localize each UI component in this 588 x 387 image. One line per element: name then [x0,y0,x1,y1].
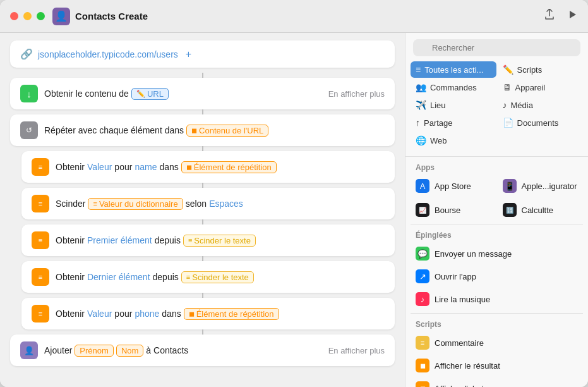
share-icon: ↑ [416,118,420,128]
step-label: Obtenir le contenu de [44,89,129,99]
lastname-tag: Nom [116,345,143,357]
share-button[interactable] [544,9,555,23]
music-icon: ♪ [416,292,429,306]
step-label: pour [114,162,132,172]
window-title: Contacts Create [75,11,544,22]
connector [202,293,203,298]
cat-commands-label: Commandes [430,83,477,92]
link-icon: 🔗 [20,48,33,60]
cat-share[interactable]: ↑ Partage [411,114,496,131]
cat-scripts-label: Scripts [517,65,543,75]
sidebar-item-openapp[interactable]: ↗ Ouvrir l'app [411,265,583,288]
documents-icon: 📄 [503,118,513,128]
comment-label: Commentaire [435,338,484,348]
titlebar: 👤 Contacts Create [0,0,588,33]
step-text: Obtenir Premier élément depuis ≡ Scinder… [56,235,385,247]
category-nav: ≡ Toutes les acti... ✏️ Scripts 👥 Comman… [405,61,588,154]
apps-grid: A App Store 📱 Apple...igurator 📈 Bourse … [411,175,583,221]
cat-web-label: Web [430,136,447,145]
appstore-label: App Store [435,181,471,191]
cat-commands[interactable]: 👥 Commandes [411,79,496,95]
close-button[interactable] [10,12,18,20]
dict-tag: ≡ Valeur du dictionnaire [88,198,183,210]
show-more-1[interactable]: En afficher plus [328,89,385,99]
sidebar-item-bourse[interactable]: 📈 Bourse [411,199,496,221]
connector [202,73,203,78]
cat-scripts[interactable]: ✏️ Scripts [498,61,584,78]
step-icon-orange: ≡ [32,158,49,176]
step-label: selon [186,199,207,209]
step-label: Répéter avec chaque élément dans [44,125,184,135]
cat-media[interactable]: ♪ Média [498,97,584,113]
show-more-8[interactable]: En afficher plus [328,346,385,355]
play-button[interactable] [567,9,578,23]
step-get-last[interactable]: ≡ Obtenir Dernier élément depuis ≡ Scind… [21,261,395,293]
minimize-button[interactable] [23,12,32,20]
step-spaces: Espaces [209,199,243,209]
split-text-tag-2: ≡ Scinder le texte [181,271,254,283]
cat-device[interactable]: 🖥 Appareil [498,79,584,95]
sidebar-item-music[interactable]: ♪ Lire la musique [411,288,583,310]
openapp-label: Ouvrir l'app [435,272,476,281]
url-text: jsonplaceholder.typicode.com/users [38,49,178,59]
url-bar[interactable]: 🔗 jsonplaceholder.typicode.com/users + [10,40,395,68]
sidebar-scroll: Apps A App Store 📱 Apple...igurator 📈 Bo… [405,159,588,387]
configurator-label: Apple...igurator [522,181,577,191]
connector [202,329,203,335]
step-label: Obtenir [56,272,85,282]
step-repeat[interactable]: ↺ Répéter avec chaque élément dans ◼ Con… [10,114,395,146]
step-icon-contacts: 👤 [20,341,38,359]
step-label: Ajouter [44,345,72,355]
sidebar-item-configurator[interactable]: 📱 Apple...igurator [498,175,584,197]
step-add-contact[interactable]: 👤 Ajouter Prénom Nom à Contacts En affic… [10,335,395,366]
openapp-icon: ↗ [416,269,429,283]
step-label: dans [162,309,181,319]
url-tag: ✏️ URL [131,88,169,100]
maximize-button[interactable] [37,12,45,20]
step-get-first[interactable]: ≡ Obtenir Premier élément depuis ≡ Scind… [21,224,395,256]
sidebar-item-comment[interactable]: ≡ Commentaire [411,331,583,354]
step-split[interactable]: ≡ Scinder ≡ Valeur du dictionnaire selon… [21,188,395,219]
appstore-icon: A [416,179,429,193]
sidebar-item-calc[interactable]: 🔢 Calcultte [498,199,584,221]
steps-container: ↓ Obtenir le contenu de ✏️ URL En affich… [10,73,395,366]
step-text: Obtenir Valeur pour name dans ◼ Élément … [56,161,385,173]
step-icon-orange: ≡ [32,231,49,249]
cat-location-label: Lieu [430,101,446,110]
cat-all[interactable]: ≡ Toutes les acti... [411,61,496,78]
showresult-label: Afficher le résultat [435,361,500,371]
repeat-element-tag: ◼ Élément de répétition [181,161,277,173]
step-label: Scinder [56,199,85,209]
step-get-name[interactable]: ≡ Obtenir Valeur pour name dans ◼ Élémen… [21,151,395,183]
step-icon-orange: ≡ [32,268,49,286]
cat-documents[interactable]: 📄 Documents [498,114,584,131]
add-url-button[interactable]: + [186,49,191,60]
connector [202,219,203,224]
sidebar-item-showalert[interactable]: ◼ Afficher l'alerte [411,377,583,387]
cat-location[interactable]: ✈️ Lieu [411,97,496,113]
cat-web[interactable]: 🌐 Web [411,132,496,149]
connector [202,183,203,188]
step-label: depuis [153,272,179,282]
step-text: Ajouter Prénom Nom à Contacts [44,345,322,357]
step-get-phone[interactable]: ≡ Obtenir Valeur pour phone dans ◼ Éléme… [21,298,395,329]
sidebar-item-message[interactable]: 💬 Envoyer un message [411,242,583,265]
step-label: Obtenir [56,235,85,245]
repeat-element-tag-2: ◼ Élément de répétition [184,308,279,320]
sidebar-item-showresult[interactable]: ◼ Afficher le résultat [411,354,583,377]
step-value: Valeur [87,309,112,319]
step-text: Répéter avec chaque élément dans ◼ Conte… [44,125,385,137]
bourse-label: Bourse [435,206,460,215]
cat-device-label: Appareil [515,83,546,92]
sidebar-item-appstore[interactable]: A App Store [411,175,496,197]
divider [411,313,583,314]
cat-documents-label: Documents [517,118,559,128]
scripts-section-label: Scripts [411,316,583,331]
step-get-content[interactable]: ↓ Obtenir le contenu de ✏️ URL En affich… [10,78,395,109]
cat-all-label: Toutes les acti... [424,65,483,75]
step-label: depuis [155,235,181,245]
web-icon: 🌐 [416,135,426,145]
search-input[interactable] [413,39,580,56]
media-icon: ♪ [503,100,507,110]
url-content-tag: ◼ Contenu de l'URL [186,125,268,137]
